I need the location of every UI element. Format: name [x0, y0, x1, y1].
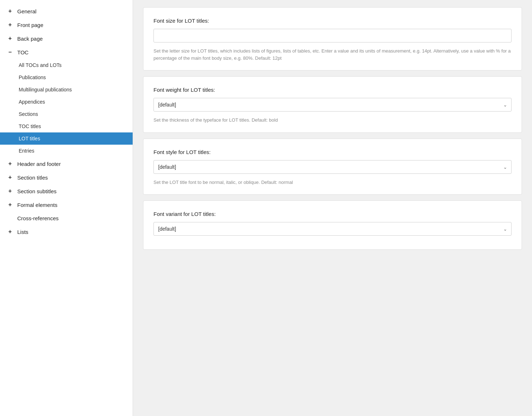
sidebar-item-section-titles[interactable]: + Section titles: [0, 171, 133, 184]
plus-icon: +: [7, 35, 13, 42]
font-variant-select[interactable]: [default] normal small-caps: [153, 222, 512, 236]
font-weight-select-wrapper: [default] normal bold bolder lighter 100…: [153, 98, 512, 112]
subitem-label: LOT titles: [19, 136, 40, 141]
main-content: Font size for LOT titles: Set the letter…: [133, 0, 532, 416]
card-font-variant-title: Font variant for LOT titles:: [153, 211, 512, 217]
sidebar-item-section-subtitles[interactable]: + Section subtitles: [0, 184, 133, 198]
sidebar-item-label: Front page: [17, 22, 43, 28]
sidebar-item-label: TOC: [17, 49, 28, 55]
card-font-size: Font size for LOT titles: Set the letter…: [143, 7, 522, 71]
sidebar-item-back-page[interactable]: + Back page: [0, 32, 133, 45]
card-font-variant: Font variant for LOT titles: [default] n…: [143, 200, 522, 250]
font-style-select-wrapper: [default] normal italic oblique ⌄: [153, 160, 512, 174]
font-size-input[interactable]: [153, 29, 512, 42]
sidebar-item-label: Lists: [17, 229, 28, 235]
sidebar-subitem-multilingual-publications[interactable]: Multilingual publications: [0, 83, 133, 96]
sidebar-item-toc[interactable]: − TOC: [0, 45, 133, 59]
sidebar-item-general[interactable]: + General: [0, 4, 133, 18]
sidebar-item-label: Cross-references: [17, 215, 59, 221]
minus-icon: −: [7, 49, 13, 55]
subitem-label: All TOCs and LOTs: [19, 62, 61, 68]
sidebar-item-label: Section titles: [17, 175, 48, 181]
subitem-label: Publications: [19, 74, 46, 80]
plus-icon: +: [7, 188, 13, 194]
plus-icon: +: [7, 8, 13, 14]
plus-icon: +: [7, 174, 13, 181]
card-font-weight-hint: Set the thickness of the typeface for LO…: [153, 117, 512, 124]
sidebar-item-front-page[interactable]: + Front page: [0, 18, 133, 32]
card-font-style: Font style for LOT titles: [default] nor…: [143, 139, 522, 195]
font-style-select[interactable]: [default] normal italic oblique: [153, 160, 512, 174]
plus-icon: +: [7, 202, 13, 208]
font-weight-select[interactable]: [default] normal bold bolder lighter 100…: [153, 98, 512, 112]
sidebar-subitem-sections[interactable]: Sections: [0, 108, 133, 120]
subitem-label: Sections: [19, 111, 38, 117]
sidebar-item-cross-references[interactable]: Cross-references: [0, 212, 133, 225]
subitem-label: Entries: [19, 148, 35, 154]
sidebar-subitem-appendices[interactable]: Appendices: [0, 96, 133, 108]
sidebar-item-lists[interactable]: + Lists: [0, 225, 133, 239]
subitem-label: Multilingual publications: [19, 87, 72, 92]
sidebar-subitem-lot-titles[interactable]: LOT titles: [0, 132, 133, 145]
sidebar: + General + Front page + Back page − TOC…: [0, 0, 133, 416]
sidebar-item-label: Back page: [17, 36, 43, 42]
sidebar-item-label: Header and footer: [17, 161, 61, 167]
card-font-size-hint: Set the letter size for LOT titles, whic…: [153, 48, 512, 62]
sidebar-subitem-entries[interactable]: Entries: [0, 145, 133, 157]
sidebar-subitem-publications[interactable]: Publications: [0, 71, 133, 83]
card-font-weight: Font weight for LOT titles: [default] no…: [143, 76, 522, 133]
card-font-size-title: Font size for LOT titles:: [153, 18, 512, 24]
sidebar-item-label: Formal elements: [17, 202, 58, 208]
plus-icon: +: [7, 229, 13, 235]
card-font-weight-title: Font weight for LOT titles:: [153, 87, 512, 93]
card-font-style-hint: Set the LOT title font to be normal, ita…: [153, 179, 512, 186]
card-font-style-title: Font style for LOT titles:: [153, 149, 512, 155]
font-variant-select-wrapper: [default] normal small-caps ⌄: [153, 222, 512, 236]
subitem-label: TOC titles: [19, 123, 41, 129]
subitem-label: Appendices: [19, 99, 45, 105]
sidebar-item-label: Section subtitles: [17, 188, 56, 194]
sidebar-item-header-footer[interactable]: + Header and footer: [0, 157, 133, 171]
sidebar-item-label: General: [17, 8, 36, 14]
sidebar-subitem-all-tocs-lots[interactable]: All TOCs and LOTs: [0, 59, 133, 71]
plus-icon: +: [7, 160, 13, 167]
sidebar-subitem-toc-titles[interactable]: TOC titles: [0, 120, 133, 132]
plus-icon: +: [7, 22, 13, 28]
sidebar-item-formal-elements[interactable]: + Formal elements: [0, 198, 133, 212]
